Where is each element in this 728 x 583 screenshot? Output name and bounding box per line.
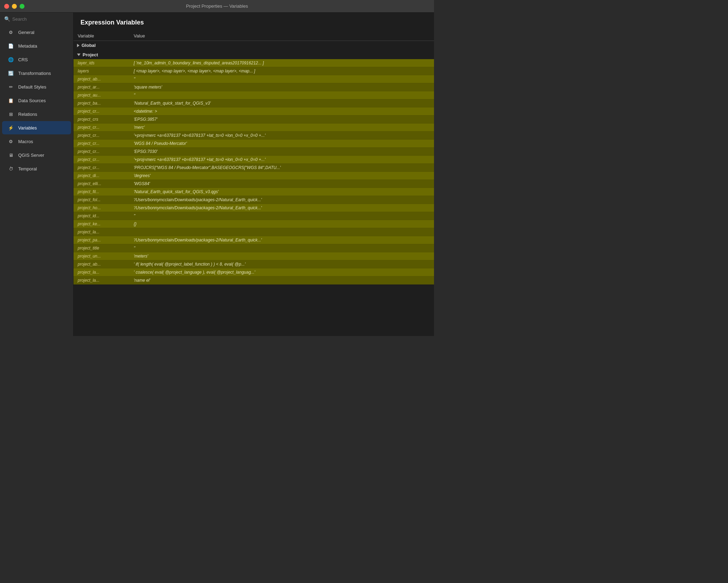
- table-row[interactable]: project_cr...'+proj=merc +a=6378137 +b=6…: [74, 131, 434, 139]
- default-styles-label: Default Styles: [18, 84, 46, 90]
- sidebar-item-data-sources[interactable]: 📋Data Sources: [2, 94, 71, 107]
- group-row-project[interactable]: Project: [74, 50, 434, 59]
- table-row[interactable]: project_title'': [74, 244, 434, 252]
- general-icon: ⚙: [7, 28, 15, 36]
- default-styles-icon: ✏: [7, 83, 15, 91]
- sidebar-item-metadata[interactable]: 📄Metadata: [2, 39, 71, 52]
- sidebar-item-crs[interactable]: 🌐CRS: [2, 53, 71, 66]
- group-toggle-project: Project: [77, 52, 98, 57]
- group-row-global[interactable]: Global: [74, 41, 434, 50]
- table-row[interactable]: project_ab...' if( length( eval( @projec…: [74, 260, 434, 268]
- maximize-button[interactable]: [20, 4, 24, 9]
- search-icon: 🔍: [4, 16, 10, 22]
- titlebar: Project Properties — Variables: [0, 0, 434, 13]
- sidebar-item-variables[interactable]: ⚡Variables: [2, 121, 71, 134]
- var-value-cell: '': [130, 212, 434, 220]
- group-cell-project: Project: [74, 50, 434, 59]
- table-row[interactable]: project_ba...'Natural_Earth_quick_start_…: [74, 99, 434, 107]
- var-name-cell: project_la...: [74, 276, 130, 284]
- table-row[interactable]: project_ab...'': [74, 75, 434, 83]
- table-row[interactable]: project_cr...'PROJCRS["WGS 84 / Pseudo-M…: [74, 163, 434, 171]
- table-row[interactable]: project_pa...'/Users/bonnymcclain/Downlo…: [74, 236, 434, 244]
- variables-table-wrapper[interactable]: Variable Value GlobalProjectlayer_ids[ '…: [74, 31, 434, 336]
- var-value-cell: 'meters': [130, 252, 434, 260]
- sidebar-item-general[interactable]: ⚙General: [2, 26, 71, 39]
- minimize-button[interactable]: [12, 4, 17, 9]
- crs-icon: 🌐: [7, 56, 15, 63]
- data-sources-label: Data Sources: [18, 98, 46, 103]
- search-input[interactable]: [12, 16, 69, 22]
- table-row[interactable]: project_cr...'merc': [74, 123, 434, 131]
- var-value-cell: '+proj=merc +a=6378137 +b=6378137 +lat_t…: [130, 155, 434, 163]
- app-body: 🔍 ⚙General📄Metadata🌐CRS🔃Transformations✏…: [0, 13, 434, 336]
- var-name-cell: project_elli...: [74, 180, 130, 188]
- group-cell-global: Global: [74, 41, 434, 50]
- var-value-cell: 'degrees': [130, 171, 434, 180]
- transformations-label: Transformations: [18, 71, 51, 76]
- sidebar-item-relations[interactable]: ⊞Relations: [2, 107, 71, 121]
- table-row[interactable]: project_la...'name el': [74, 276, 434, 284]
- table-row[interactable]: project_ho...'/Users/bonnymcclain/Downlo…: [74, 204, 434, 212]
- table-row[interactable]: project_la...: [74, 228, 434, 236]
- table-row[interactable]: layer_ids[ 'ne_10m_admin_0_boundary_line…: [74, 59, 434, 67]
- var-value-cell: {}: [130, 220, 434, 228]
- var-name-cell: project_ke...: [74, 220, 130, 228]
- table-row[interactable]: project_cr...'WGS 84 / Pseudo-Mercator': [74, 139, 434, 147]
- sidebar-nav: ⚙General📄Metadata🌐CRS🔃Transformations✏De…: [0, 25, 73, 336]
- var-value-cell: 'EPSG:3857': [130, 115, 434, 123]
- sidebar-item-default-styles[interactable]: ✏Default Styles: [2, 80, 71, 93]
- table-row[interactable]: project_elli...'WGS84': [74, 180, 434, 188]
- var-value-cell: '+proj=merc +a=6378137 +b=6378137 +lat_t…: [130, 131, 434, 139]
- table-row[interactable]: project_cr...<datetime: >: [74, 107, 434, 115]
- table-row[interactable]: project_fil...'Natural_Earth_quick_start…: [74, 188, 434, 196]
- relations-label: Relations: [18, 112, 37, 117]
- var-value-cell: 'merc': [130, 123, 434, 131]
- relations-icon: ⊞: [7, 110, 15, 118]
- var-name-cell: project_pa...: [74, 236, 130, 244]
- crs-label: CRS: [18, 57, 28, 62]
- variables-table: Variable Value GlobalProjectlayer_ids[ '…: [74, 31, 434, 285]
- var-value-cell: ' coalesce( eval( @project_language ), e…: [130, 268, 434, 276]
- var-value-cell: '/Users/bonnymcclain/Downloads/packages-…: [130, 236, 434, 244]
- var-value-cell: [130, 228, 434, 236]
- sidebar-item-qgis-server[interactable]: 🖥QGIS Server: [2, 148, 71, 162]
- var-value-cell: '': [130, 244, 434, 252]
- var-name-cell: project_au...: [74, 91, 130, 99]
- variables-label: Variables: [18, 125, 37, 131]
- col-header-variable: Variable: [74, 31, 130, 41]
- var-name-cell: project_cr...: [74, 163, 130, 171]
- window-controls[interactable]: [4, 4, 24, 9]
- table-row[interactable]: project_au...'': [74, 91, 434, 99]
- sidebar-item-macros[interactable]: ⚙Macros: [2, 135, 71, 148]
- table-row[interactable]: project_la...' coalesce( eval( @project_…: [74, 268, 434, 276]
- table-row[interactable]: project_cr...'+proj=merc +a=6378137 +b=6…: [74, 155, 434, 163]
- table-row[interactable]: project_un...'meters': [74, 252, 434, 260]
- table-row[interactable]: project_ke...{}: [74, 220, 434, 228]
- data-sources-icon: 📋: [7, 97, 15, 104]
- variables-icon: ⚡: [7, 124, 15, 132]
- table-row[interactable]: layers[ <map layer>, <map layer>, <map l…: [74, 67, 434, 75]
- var-name-cell: project_ar...: [74, 83, 130, 91]
- sidebar-item-temporal[interactable]: ⏱Temporal: [2, 162, 71, 175]
- var-name-cell: project_cr...: [74, 147, 130, 155]
- var-value-cell: '': [130, 91, 434, 99]
- var-value-cell: '': [130, 75, 434, 83]
- var-name-cell: project_crs: [74, 115, 130, 123]
- var-name-cell: project_ho...: [74, 204, 130, 212]
- var-value-cell: 'PROJCRS["WGS 84 / Pseudo-Mercator",BASE…: [130, 163, 434, 171]
- table-row[interactable]: project_id...'': [74, 212, 434, 220]
- macros-icon: ⚙: [7, 138, 15, 145]
- main-content: Expression Variables Variable Value Glob…: [74, 13, 434, 336]
- table-row[interactable]: project_ar...'square meters': [74, 83, 434, 91]
- var-name-cell: project_fol...: [74, 196, 130, 204]
- table-row[interactable]: project_fol...'/Users/bonnymcclain/Downl…: [74, 196, 434, 204]
- close-button[interactable]: [4, 4, 9, 9]
- var-name-cell: project_fil...: [74, 188, 130, 196]
- table-row[interactable]: project_crs'EPSG:3857': [74, 115, 434, 123]
- table-row[interactable]: project_cr...'EPSG:7030': [74, 147, 434, 155]
- sidebar-item-transformations[interactable]: 🔃Transformations: [2, 66, 71, 80]
- table-row[interactable]: project_di...'degrees': [74, 171, 434, 180]
- var-value-cell: 'Natural_Earth_quick_start_for_QGIS_v3': [130, 99, 434, 107]
- temporal-label: Temporal: [18, 166, 37, 171]
- qgis-server-icon: 🖥: [7, 151, 15, 159]
